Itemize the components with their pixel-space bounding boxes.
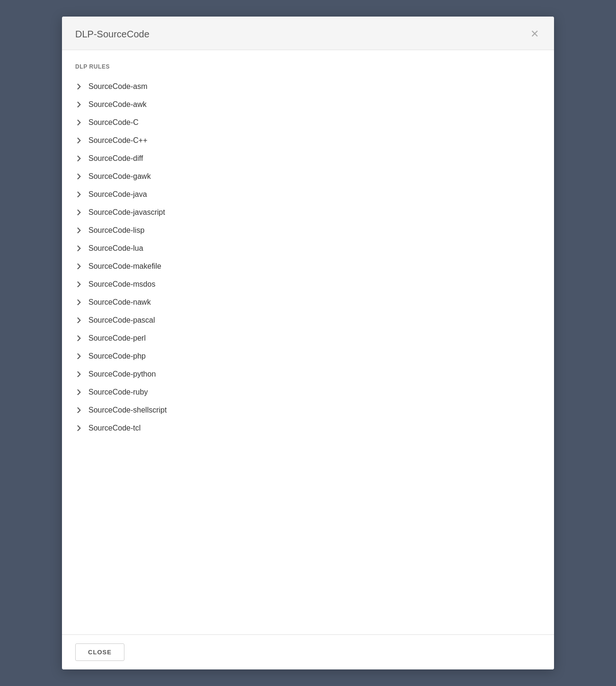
rule-name: SourceCode-java <box>88 190 147 199</box>
modal-dialog: DLP-SourceCode ✕ DLP RULES SourceCode-as… <box>62 17 554 669</box>
chevron-right-icon <box>75 101 83 108</box>
list-item[interactable]: SourceCode-ruby <box>75 383 541 401</box>
list-item[interactable]: SourceCode-C <box>75 114 541 132</box>
list-item[interactable]: SourceCode-python <box>75 365 541 383</box>
rule-name: SourceCode-gawk <box>88 172 151 181</box>
list-item[interactable]: SourceCode-C++ <box>75 132 541 150</box>
close-button[interactable]: CLOSE <box>75 643 124 661</box>
list-item[interactable]: SourceCode-perl <box>75 329 541 347</box>
chevron-right-icon <box>75 83 83 90</box>
modal-title: DLP-SourceCode <box>75 29 150 40</box>
chevron-right-icon <box>75 209 83 216</box>
rule-name: SourceCode-shellscript <box>88 406 167 414</box>
chevron-right-icon <box>75 137 83 144</box>
modal-header: DLP-SourceCode ✕ <box>62 17 554 50</box>
rule-name: SourceCode-pascal <box>88 316 155 325</box>
list-item[interactable]: SourceCode-php <box>75 347 541 365</box>
chevron-right-icon <box>75 317 83 324</box>
rule-name: SourceCode-awk <box>88 100 147 109</box>
close-x-icon: ✕ <box>530 29 539 39</box>
list-item[interactable]: SourceCode-msdos <box>75 275 541 293</box>
chevron-right-icon <box>75 245 83 252</box>
chevron-right-icon <box>75 370 83 378</box>
rule-name: SourceCode-diff <box>88 154 143 163</box>
rule-name: SourceCode-msdos <box>88 280 155 289</box>
rule-name: SourceCode-lisp <box>88 226 144 235</box>
chevron-right-icon <box>75 281 83 288</box>
rule-name: SourceCode-nawk <box>88 298 151 307</box>
chevron-right-icon <box>75 352 83 360</box>
modal-footer: CLOSE <box>62 634 554 669</box>
rule-name: SourceCode-lua <box>88 244 143 253</box>
list-item[interactable]: SourceCode-shellscript <box>75 401 541 419</box>
chevron-right-icon <box>75 155 83 162</box>
list-item[interactable]: SourceCode-javascript <box>75 203 541 221</box>
rule-name: SourceCode-javascript <box>88 208 165 217</box>
chevron-right-icon <box>75 299 83 306</box>
list-item[interactable]: SourceCode-tcl <box>75 419 541 437</box>
rule-name: SourceCode-makefile <box>88 262 161 271</box>
chevron-right-icon <box>75 263 83 270</box>
list-item[interactable]: SourceCode-nawk <box>75 293 541 311</box>
list-item[interactable]: SourceCode-pascal <box>75 311 541 329</box>
list-item[interactable]: SourceCode-gawk <box>75 167 541 185</box>
list-item[interactable]: SourceCode-lisp <box>75 221 541 239</box>
rule-name: SourceCode-python <box>88 370 156 378</box>
list-item[interactable]: SourceCode-awk <box>75 96 541 114</box>
rule-name: SourceCode-tcl <box>88 424 141 432</box>
chevron-right-icon <box>75 191 83 198</box>
rule-name: SourceCode-asm <box>88 82 148 91</box>
rule-name: SourceCode-perl <box>88 334 146 343</box>
rule-name: SourceCode-C <box>88 118 139 127</box>
modal-body: DLP RULES SourceCode-asm SourceCode-awk … <box>62 50 554 634</box>
rule-name: SourceCode-php <box>88 352 146 361</box>
list-item[interactable]: SourceCode-java <box>75 185 541 203</box>
chevron-right-icon <box>75 388 83 396</box>
list-item[interactable]: SourceCode-lua <box>75 239 541 257</box>
list-item[interactable]: SourceCode-makefile <box>75 257 541 275</box>
section-label: DLP RULES <box>75 63 541 70</box>
rule-name: SourceCode-C++ <box>88 136 148 145</box>
rule-name: SourceCode-ruby <box>88 388 148 396</box>
chevron-right-icon <box>75 406 83 414</box>
chevron-right-icon <box>75 119 83 126</box>
list-item[interactable]: SourceCode-asm <box>75 78 541 96</box>
chevron-right-icon <box>75 173 83 180</box>
close-x-button[interactable]: ✕ <box>528 27 541 41</box>
list-item[interactable]: SourceCode-diff <box>75 150 541 167</box>
chevron-right-icon <box>75 424 83 432</box>
modal-overlay: DLP-SourceCode ✕ DLP RULES SourceCode-as… <box>0 0 616 686</box>
rules-list: SourceCode-asm SourceCode-awk SourceCode… <box>75 78 541 437</box>
chevron-right-icon <box>75 334 83 342</box>
chevron-right-icon <box>75 227 83 234</box>
